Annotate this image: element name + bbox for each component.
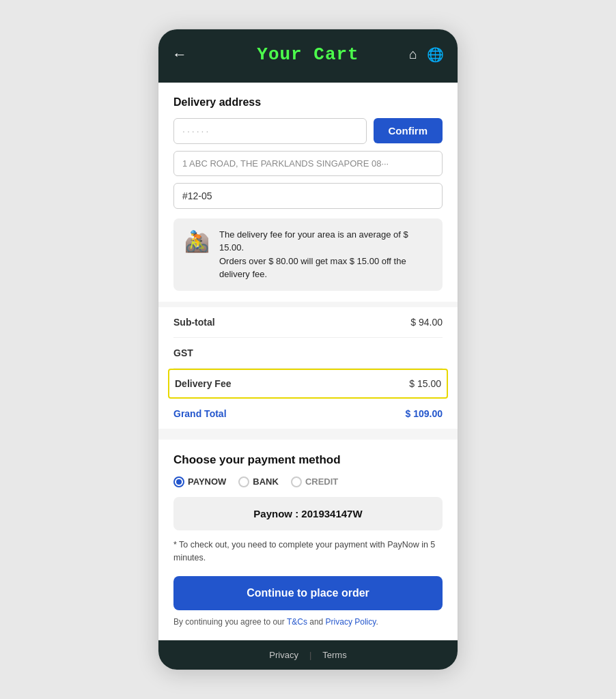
privacy-footer-link[interactable]: Privacy (269, 650, 298, 660)
terms-text: By continuing you agree to our T&Cs and … (173, 617, 443, 627)
tandc-link[interactable]: T&Cs (287, 617, 307, 627)
delivery-address-card: Delivery address Confirm 1 ABC ROAD, THE… (158, 83, 458, 302)
paynow-label: PAYNOW (188, 476, 226, 487)
grand-total-row: Grand Total $ 109.00 (173, 399, 443, 429)
payment-options: PAYNOW BANK CREDIT (173, 476, 443, 487)
gst-row: GST (173, 338, 443, 369)
address-full-line: 1 ABC ROAD, THE PARKLANDS SINGAPORE 08··… (173, 151, 443, 176)
place-order-button[interactable]: Continue to place order (173, 576, 443, 610)
address-confirm-row: Confirm (173, 118, 443, 144)
address-input[interactable] (173, 118, 367, 144)
motorcycle-icon: 🚵 (184, 229, 210, 253)
subtotal-row: Sub-total $ 94.00 (173, 307, 443, 338)
credit-option[interactable]: CREDIT (291, 476, 338, 487)
delivery-fee-value: $ 15.00 (409, 378, 441, 389)
paynow-note: * To check out, you need to complete you… (173, 539, 443, 565)
bank-radio[interactable] (238, 476, 249, 487)
back-icon[interactable]: ← (172, 46, 187, 63)
delivery-fee-label: Delivery Fee (175, 378, 232, 389)
grand-total-label: Grand Total (173, 408, 227, 419)
content: Delivery address Confirm 1 ABC ROAD, THE… (158, 83, 458, 641)
paynow-radio-inner (176, 479, 182, 485)
phone-shell: ← Your Cart ⌂ 🌐 Delivery address Confirm… (158, 29, 458, 671)
footer: Privacy | Terms (158, 640, 458, 670)
divider-2 (158, 429, 458, 434)
header: ← Your Cart ⌂ 🌐 (158, 29, 458, 83)
header-actions: ⌂ 🌐 (409, 46, 444, 63)
payment-section: Choose your payment method PAYNOW BANK (158, 440, 458, 641)
bank-label: BANK (253, 476, 279, 487)
footer-divider: | (309, 650, 311, 660)
app-title: Your Cart (257, 44, 359, 65)
bank-option[interactable]: BANK (238, 476, 279, 487)
terms-and: and (307, 617, 326, 627)
credit-radio[interactable] (291, 476, 302, 487)
terms-prefix: By continuing you agree to our (173, 617, 287, 627)
delivery-fee-row: Delivery Fee $ 15.00 (168, 369, 448, 399)
privacy-link[interactable]: Privacy Policy (326, 617, 376, 627)
globe-icon[interactable]: 🌐 (427, 46, 444, 63)
address-unit[interactable]: #12-05 (173, 183, 443, 209)
paynow-option[interactable]: PAYNOW (173, 476, 226, 487)
paynow-radio[interactable] (173, 476, 184, 487)
paynow-number-box: Paynow : 201934147W (173, 497, 443, 530)
delivery-info-box: 🚵 The delivery fee for your area is an a… (173, 218, 443, 291)
credit-label: CREDIT (305, 476, 338, 487)
totals-section: Sub-total $ 94.00 GST Delivery Fee $ 15.… (158, 307, 458, 429)
grand-total-value: $ 109.00 (406, 408, 443, 419)
gst-label: GST (173, 347, 193, 358)
delivery-info-text: The delivery fee for your area is an ave… (219, 228, 432, 281)
terms-suffix: . (376, 617, 378, 627)
confirm-button[interactable]: Confirm (374, 118, 443, 143)
divider-1 (158, 302, 458, 307)
paynow-number: Paynow : 201934147W (253, 508, 362, 519)
payment-title: Choose your payment method (173, 453, 443, 467)
terms-footer-link[interactable]: Terms (322, 650, 346, 660)
delivery-section-title: Delivery address (173, 96, 443, 109)
home-icon[interactable]: ⌂ (409, 46, 417, 62)
subtotal-label: Sub-total (173, 317, 215, 328)
subtotal-value: $ 94.00 (410, 317, 443, 328)
